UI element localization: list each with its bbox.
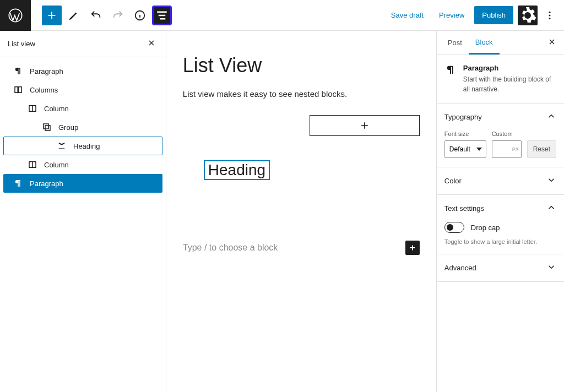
panel-title: Color	[444, 177, 462, 185]
panel-color-header[interactable]: Color	[437, 167, 564, 194]
paragraph-icon	[13, 66, 23, 76]
chevron-down-icon	[546, 175, 556, 187]
tab-post[interactable]: Post	[441, 32, 469, 53]
svg-point-3	[549, 14, 551, 16]
editor-canvas[interactable]: List View List view makes it easy to see…	[166, 31, 436, 392]
panel-text-settings: Text settings Drop cap Toggle to show a …	[437, 195, 564, 254]
paragraph-icon	[13, 178, 23, 188]
chevron-down-icon	[546, 262, 556, 274]
settings-button[interactable]	[518, 6, 538, 25]
panel-text-settings-header[interactable]: Text settings	[437, 195, 564, 222]
publish-button[interactable]: Publish	[474, 6, 513, 24]
drop-cap-label: Drop cap	[471, 224, 500, 232]
redo-button[interactable]	[108, 6, 128, 25]
panel-title: Advanced	[444, 264, 476, 272]
svg-point-2	[549, 11, 551, 13]
more-options-button[interactable]	[542, 6, 557, 25]
panel-title: Text settings	[444, 204, 484, 213]
insert-block-slot[interactable]	[310, 115, 420, 136]
block-tree: Paragraph Columns Column Group Heading C…	[0, 57, 166, 197]
tree-item-label: Group	[58, 123, 78, 132]
tree-item-label: Paragraph	[30, 67, 63, 75]
edit-mode-button[interactable]	[64, 6, 84, 25]
drop-cap-toggle[interactable]	[444, 222, 464, 233]
wordpress-logo[interactable]	[0, 0, 31, 31]
panel-typography: Typography Font size Default Custom	[437, 104, 564, 167]
block-description: Start with the building block of all nar…	[463, 74, 556, 94]
heading-icon	[57, 141, 67, 151]
list-view-header: List view	[0, 31, 166, 57]
tree-item-label: Columns	[30, 86, 58, 94]
chevron-up-icon	[546, 111, 556, 123]
block-appender-placeholder[interactable]: Type / to choose a block	[183, 243, 278, 253]
main-area: List view Paragraph Columns Column Group	[0, 31, 564, 392]
tree-item-column[interactable]: Column	[3, 99, 162, 118]
columns-icon	[13, 85, 23, 95]
block-appender-row: Type / to choose a block	[183, 241, 420, 255]
chevron-up-icon	[546, 203, 556, 214]
add-block-button[interactable]	[42, 6, 62, 25]
column-icon	[28, 160, 37, 170]
tree-item-paragraph[interactable]: Paragraph	[3, 62, 162, 80]
list-view-button[interactable]	[152, 6, 172, 25]
tree-item-columns[interactable]: Columns	[3, 80, 162, 99]
heading-block[interactable]: Heading	[204, 160, 270, 180]
tree-item-column[interactable]: Column	[3, 155, 162, 174]
font-size-select[interactable]: Default	[444, 140, 486, 158]
settings-sidebar: Post Block Paragraph Start with the buil…	[436, 31, 564, 392]
toolbar-left	[31, 6, 172, 25]
panel-color: Color	[437, 167, 564, 195]
paragraph-block[interactable]: List view makes it easy to see nested bl…	[183, 89, 420, 99]
svg-point-4	[549, 18, 551, 19]
undo-button[interactable]	[86, 6, 106, 25]
reset-button[interactable]: Reset	[527, 140, 556, 158]
group-icon	[42, 122, 52, 132]
tree-item-paragraph-active[interactable]: Paragraph	[3, 174, 162, 193]
paragraph-icon	[444, 64, 457, 94]
custom-label: Custom	[492, 130, 522, 137]
post-title[interactable]: List View	[183, 54, 420, 77]
toolbar: Save draft Preview Publish	[0, 0, 564, 31]
drop-cap-help: Toggle to show a large initial letter.	[444, 238, 556, 245]
svg-rect-9	[45, 126, 50, 130]
tree-item-label: Heading	[73, 142, 100, 150]
panel-typography-header[interactable]: Typography	[437, 104, 564, 130]
list-view-panel: List view Paragraph Columns Column Group	[0, 31, 166, 392]
tree-item-label: Paragraph	[30, 179, 63, 188]
sidebar-close-button[interactable]	[544, 34, 560, 52]
block-info: Paragraph Start with the building block …	[437, 55, 564, 104]
info-button[interactable]	[130, 6, 150, 25]
tree-item-label: Column	[44, 161, 69, 169]
panel-advanced: Advanced	[437, 254, 564, 282]
add-block-inline-button[interactable]	[405, 241, 420, 255]
panel-title: Typography	[444, 113, 482, 121]
preview-button[interactable]: Preview	[433, 7, 470, 24]
tree-item-group[interactable]: Group	[3, 118, 162, 137]
column-icon	[28, 104, 37, 113]
tree-item-heading[interactable]: Heading	[3, 137, 162, 155]
list-view-close-button[interactable]	[145, 36, 158, 51]
list-view-title: List view	[8, 40, 35, 48]
svg-rect-6	[19, 87, 21, 93]
panel-advanced-header[interactable]: Advanced	[437, 254, 564, 281]
toolbar-right: Save draft Preview Publish	[386, 6, 564, 25]
svg-rect-8	[44, 124, 48, 129]
tab-block[interactable]: Block	[469, 31, 500, 55]
tree-item-label: Column	[44, 105, 69, 113]
block-name: Paragraph	[463, 64, 556, 72]
font-size-label: Font size	[444, 130, 486, 137]
svg-rect-5	[15, 87, 18, 93]
custom-size-input[interactable]: PX	[492, 140, 522, 158]
save-draft-button[interactable]: Save draft	[386, 7, 429, 24]
sidebar-tabs: Post Block	[437, 31, 564, 55]
